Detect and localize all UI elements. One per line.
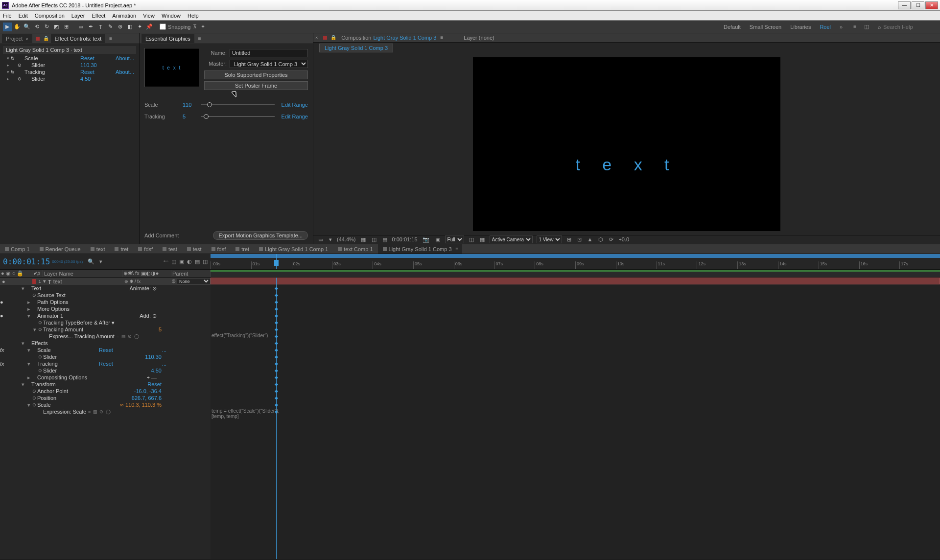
keyframe-marker[interactable] bbox=[275, 349, 278, 352]
twirl-icon[interactable]: ▾ bbox=[5, 70, 11, 74]
twirl-icon[interactable]: ▾ bbox=[21, 381, 25, 388]
timeline-search-icon[interactable]: 🔍 bbox=[88, 258, 94, 265]
layer-switches[interactable]: ⊕ ✱ / fx bbox=[122, 279, 171, 284]
twirl-icon[interactable]: ▸ bbox=[26, 306, 31, 312]
stopwatch-icon[interactable]: ⊙ bbox=[31, 402, 37, 407]
edit-range-link[interactable]: Edit Range bbox=[279, 114, 308, 119]
fast-preview-icon[interactable]: ⊡ bbox=[576, 236, 583, 243]
timeline-timecode[interactable]: 0:00:01:15 bbox=[3, 257, 50, 266]
effect-value[interactable]: 4.50 bbox=[80, 76, 110, 82]
effect-row[interactable]: ▸⊙Slider4.50 bbox=[3, 75, 136, 82]
reset-exposure-icon[interactable]: ⟳ bbox=[608, 236, 614, 243]
minimize-button[interactable]: — bbox=[898, 1, 911, 9]
property-value[interactable]: 110.30 bbox=[145, 354, 162, 360]
timeline-tab[interactable]: fdsf bbox=[207, 244, 231, 254]
breadcrumb-item[interactable]: Light Gray Solid 1 Comp 3 bbox=[319, 44, 393, 52]
workspace-default[interactable]: Default bbox=[724, 24, 741, 30]
menu-file[interactable]: File bbox=[3, 13, 12, 19]
search-help[interactable]: ⌕ bbox=[878, 24, 937, 30]
timeline-tab[interactable]: test bbox=[158, 244, 182, 254]
stopwatch-icon[interactable]: ⊙ bbox=[18, 76, 24, 81]
stopwatch-icon[interactable]: ⊙ bbox=[37, 354, 43, 359]
property-action[interactable]: Animate: ⊙ bbox=[130, 285, 157, 292]
property-row[interactable]: Expression: Scale= ▧ ⊙ ◯ bbox=[0, 408, 211, 415]
stopwatch-icon[interactable]: ⊙ bbox=[37, 368, 43, 373]
effect-about-link[interactable]: About... bbox=[110, 69, 134, 75]
eg-slider-track[interactable] bbox=[201, 104, 275, 105]
keyframe-marker[interactable] bbox=[275, 390, 278, 393]
pan-behind-tool[interactable]: ⊞ bbox=[62, 23, 70, 31]
property-value[interactable]: Reset bbox=[99, 347, 113, 353]
keyframe-marker[interactable] bbox=[275, 383, 278, 386]
pixel-aspect-icon[interactable]: ⊞ bbox=[566, 236, 572, 243]
essential-graphics-tab[interactable]: Essential Graphics bbox=[141, 34, 194, 43]
roto-tool[interactable]: ✦ bbox=[135, 23, 144, 31]
workspace-user[interactable]: Roel bbox=[820, 24, 831, 30]
property-value[interactable]: -16.0, -36.4 bbox=[134, 388, 162, 394]
channel-icon[interactable]: ◫ bbox=[371, 236, 377, 243]
keyframe-marker[interactable] bbox=[275, 314, 278, 318]
keyframe-marker[interactable] bbox=[275, 342, 278, 345]
keyframe-marker[interactable] bbox=[275, 287, 278, 290]
property-value[interactable]: 5 bbox=[159, 327, 162, 332]
zoom-tool[interactable]: 🔍 bbox=[23, 23, 31, 31]
property-row[interactable]: ▾⊙Scale∞ 110.3, 110.3 % bbox=[0, 401, 211, 408]
property-row[interactable]: ⊙Tracking TypeBefore & After ▾ bbox=[0, 319, 211, 326]
property-options-link[interactable]: ... bbox=[162, 361, 166, 367]
roi-icon[interactable]: ◫ bbox=[468, 236, 475, 243]
add-comment-button[interactable]: Add Comment bbox=[144, 233, 179, 238]
effect-row[interactable]: ▸⊙Slider110.30 bbox=[3, 62, 136, 69]
timeline-tab[interactable]: text Comp 1 bbox=[333, 244, 377, 254]
property-options-link[interactable]: ... bbox=[162, 347, 166, 353]
eg-slider-value[interactable]: 5 bbox=[183, 114, 197, 119]
rotation-tool[interactable]: ↻ bbox=[42, 23, 51, 31]
graph-editor-icon[interactable]: ▤ bbox=[195, 258, 200, 265]
magnification-value[interactable]: (44.4%) bbox=[337, 236, 356, 242]
expression-tools[interactable]: = ▧ ⊙ ◯ bbox=[117, 334, 140, 339]
property-value[interactable]: 4.50 bbox=[151, 368, 162, 373]
twirl-icon[interactable]: ▸ bbox=[26, 374, 31, 381]
twirl-icon[interactable]: ▾ bbox=[5, 56, 11, 61]
property-value[interactable]: ∞ 110.3, 110.3 % bbox=[120, 402, 162, 408]
menu-window[interactable]: Window bbox=[162, 13, 181, 19]
stopwatch-icon[interactable]: ⊙ bbox=[18, 63, 24, 68]
expression-text[interactable]: effect("Tracking")("Slider") bbox=[212, 333, 268, 338]
menu-composition[interactable]: Composition bbox=[35, 13, 65, 19]
twirl-icon[interactable]: ▾ bbox=[26, 402, 31, 408]
fx-badge[interactable]: fx bbox=[11, 70, 18, 74]
property-row[interactable]: ▾Effects bbox=[0, 340, 211, 347]
playhead-head-icon[interactable] bbox=[274, 260, 279, 266]
stopwatch-icon[interactable]: ⊙ bbox=[31, 293, 37, 298]
property-row[interactable]: ▾⊙Tracking Amount5 bbox=[0, 326, 211, 333]
keyframe-marker[interactable] bbox=[275, 355, 278, 359]
solo-properties-button[interactable]: Solo Supported Properties bbox=[204, 70, 308, 79]
panel-menu-icon[interactable]: ≡ bbox=[456, 246, 458, 252]
layer-name[interactable]: text bbox=[53, 279, 62, 284]
property-row[interactable]: fx▾ScaleReset... bbox=[0, 347, 211, 353]
orbit-tool[interactable]: ⟲ bbox=[32, 23, 41, 31]
keyframe-marker[interactable] bbox=[275, 362, 278, 366]
close-button[interactable]: ✕ bbox=[925, 1, 938, 9]
twirl-icon[interactable]: ▾ bbox=[26, 347, 31, 353]
effect-value[interactable]: Reset bbox=[80, 69, 110, 75]
pen-tool[interactable]: ✒ bbox=[86, 23, 95, 31]
show-snapshot-icon[interactable]: ▣ bbox=[434, 236, 441, 243]
menu-effect[interactable]: Effect bbox=[92, 13, 105, 19]
transparency-icon[interactable]: ▦ bbox=[479, 236, 486, 243]
property-row[interactable]: ▾TextAnimate: ⊙ bbox=[0, 285, 211, 292]
property-value[interactable]: Before & After ▾ bbox=[76, 320, 115, 326]
brush-tool[interactable]: ✎ bbox=[106, 23, 115, 31]
twirl-icon[interactable]: ▸ bbox=[5, 63, 11, 68]
stopwatch-icon[interactable]: ⊙ bbox=[31, 396, 37, 400]
property-row[interactable]: ⊙Position626.7, 667.6 bbox=[0, 395, 211, 401]
eraser-tool[interactable]: ◧ bbox=[125, 23, 134, 31]
eg-slider-thumb[interactable] bbox=[207, 102, 212, 107]
effect-row[interactable]: ▾fxScaleResetAbout... bbox=[3, 55, 136, 62]
timeline-tab[interactable]: Comp 1 bbox=[0, 244, 35, 254]
property-row[interactable]: ●▾Animator 1Add: ⊙ bbox=[0, 312, 211, 319]
twirl-icon[interactable]: ▾ bbox=[32, 327, 37, 333]
workspace-libraries[interactable]: Libraries bbox=[790, 24, 811, 30]
set-poster-frame-button[interactable]: Set Poster Frame bbox=[204, 81, 308, 90]
timeline-tab[interactable]: tret bbox=[110, 244, 133, 254]
magnify-icon[interactable]: ▭ bbox=[317, 236, 324, 243]
